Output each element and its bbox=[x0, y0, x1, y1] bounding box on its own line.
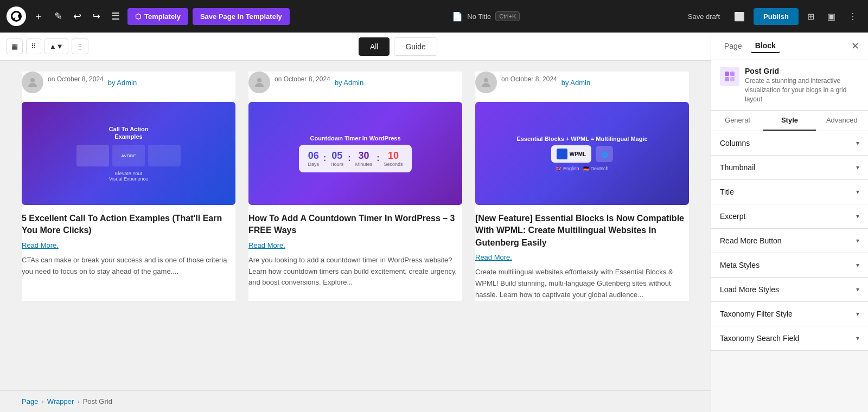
layout-button[interactable]: ▣ bbox=[823, 8, 840, 25]
svg-point-3 bbox=[484, 78, 488, 82]
post-author-name[interactable]: by Admin bbox=[108, 79, 137, 87]
post-author: on October 8, 2024 by Admin bbox=[248, 72, 462, 93]
overflow-button[interactable]: ⋮ bbox=[844, 8, 861, 25]
accordion-header-taxonomy-filter[interactable]: Taxonomy Filter Style ▾ bbox=[711, 302, 868, 326]
avatar bbox=[475, 72, 497, 93]
preview-button[interactable]: ⬜ bbox=[730, 8, 749, 25]
templately-label: Templately bbox=[144, 12, 181, 21]
post-author: on October 8, 2024 by Admin bbox=[475, 72, 689, 93]
post-title: [New Feature] Essential Blocks Is Now Co… bbox=[475, 213, 689, 249]
accordion-header-columns[interactable]: Columns ▾ bbox=[711, 131, 868, 155]
accordion-taxonomy-search: Taxonomy Search Field ▾ bbox=[711, 326, 868, 351]
post-excerpt: CTAs can make or break your success and … bbox=[22, 255, 235, 278]
chevron-down-icon: ▾ bbox=[856, 261, 859, 269]
post-card: on October 8, 2024 by Admin Essential Bl… bbox=[475, 72, 689, 301]
post-excerpt: Create multilingual websites effortlessl… bbox=[475, 267, 689, 300]
posts-grid: on October 8, 2024 by Admin Call To Acti… bbox=[22, 72, 689, 301]
accordion-thumbnail: Thumbnail ▾ bbox=[711, 156, 868, 180]
undo-button[interactable]: ↩ bbox=[70, 7, 85, 25]
shortcut-badge: Ctrl+K bbox=[495, 11, 520, 21]
content-area: ▦ ⠿ ▲▼ ⋮ All Guide on October 8, 2024 bbox=[0, 33, 711, 412]
accordion-header-thumbnail[interactable]: Thumbnail ▾ bbox=[711, 156, 868, 179]
accordion-meta-styles: Meta Styles ▾ bbox=[711, 253, 868, 278]
block-info-text: Post Grid Create a stunning and interact… bbox=[745, 67, 859, 104]
panel-tab-style[interactable]: Style bbox=[763, 111, 815, 131]
no-title-label: No Title bbox=[467, 12, 491, 21]
add-block-button[interactable]: ＋ bbox=[30, 7, 47, 26]
post-date: on October 8, 2024 bbox=[48, 75, 104, 83]
panel-tab-advanced[interactable]: Advanced bbox=[816, 111, 868, 131]
post-author-name[interactable]: by Admin bbox=[561, 79, 590, 87]
accordion-columns: Columns ▾ bbox=[711, 131, 868, 156]
accordion-header-meta-styles[interactable]: Meta Styles ▾ bbox=[711, 253, 868, 277]
edit-button[interactable]: ✎ bbox=[51, 7, 66, 25]
title-area: 📄 No Title bbox=[452, 11, 491, 22]
post-card: on October 8, 2024 by Admin Countdown Ti… bbox=[248, 72, 462, 301]
filter-tab-guide[interactable]: Guide bbox=[394, 37, 437, 56]
read-more-link[interactable]: Read More. bbox=[475, 253, 689, 261]
avatar bbox=[22, 72, 43, 93]
read-more-link[interactable]: Read More. bbox=[248, 241, 462, 249]
chevron-down-icon: ▾ bbox=[856, 139, 859, 147]
move-button[interactable]: ▲▼ bbox=[44, 38, 68, 54]
breadcrumb: Page › Wrapper › Post Grid bbox=[0, 390, 711, 412]
block-type-button[interactable]: ▦ bbox=[7, 38, 23, 54]
block-toolbar: ▦ ⠿ ▲▼ ⋮ All Guide bbox=[0, 33, 711, 61]
filter-tab-all[interactable]: All bbox=[359, 37, 390, 56]
publish-button[interactable]: Publish bbox=[754, 8, 799, 25]
svg-rect-5 bbox=[730, 72, 735, 76]
more-button[interactable]: ☰ bbox=[108, 7, 123, 25]
drag-button[interactable]: ⠿ bbox=[26, 38, 41, 54]
accordion-header-read-more[interactable]: Read More Button ▾ bbox=[711, 229, 868, 253]
post-card: on October 8, 2024 by Admin Call To Acti… bbox=[22, 72, 235, 301]
accordion-header-load-more[interactable]: Load More Styles ▾ bbox=[711, 278, 868, 301]
sidebar-header: Page Block ✕ bbox=[711, 33, 868, 60]
chevron-down-icon: ▾ bbox=[856, 188, 859, 196]
wp-logo bbox=[7, 7, 26, 26]
accordion-load-more: Load More Styles ▾ bbox=[711, 278, 868, 302]
post-date: on October 8, 2024 bbox=[501, 75, 557, 83]
accordion-header-excerpt[interactable]: Excerpt ▾ bbox=[711, 204, 868, 228]
chevron-down-icon: ▾ bbox=[856, 310, 859, 318]
accordion-title: Title ▾ bbox=[711, 180, 868, 204]
post-thumbnail: Call To ActionExamples AVOBE Elevate You… bbox=[22, 102, 235, 205]
svg-point-2 bbox=[257, 78, 261, 82]
save-page-button[interactable]: Save Page In Templately bbox=[193, 8, 290, 25]
chevron-down-icon: ▾ bbox=[856, 286, 859, 293]
settings-button[interactable]: ⊞ bbox=[803, 8, 819, 25]
sidebar-tab-block[interactable]: Block bbox=[751, 39, 780, 53]
redo-button[interactable]: ↪ bbox=[89, 7, 104, 25]
sidebar-tab-page[interactable]: Page bbox=[720, 40, 746, 53]
block-description: Create a stunning and interactive visual… bbox=[745, 76, 859, 104]
post-grid-icon bbox=[720, 67, 739, 86]
read-more-link[interactable]: Read More. bbox=[22, 241, 235, 249]
sidebar-content: Columns ▾ Thumbnail ▾ Title ▾ Excerpt bbox=[711, 131, 868, 412]
filter-tabs: All Guide bbox=[92, 37, 704, 56]
accordion-header-taxonomy-search[interactable]: Taxonomy Search Field ▾ bbox=[711, 326, 868, 350]
svg-rect-6 bbox=[725, 77, 729, 81]
accordion-header-title[interactable]: Title ▾ bbox=[711, 180, 868, 204]
block-info: Post Grid Create a stunning and interact… bbox=[711, 60, 868, 111]
breadcrumb-sep: › bbox=[41, 397, 43, 405]
templately-icon: ⬡ bbox=[135, 12, 141, 21]
post-author-name[interactable]: by Admin bbox=[335, 79, 363, 87]
close-sidebar-button[interactable]: ✕ bbox=[851, 40, 859, 52]
post-title: How To Add A Countdown Timer In WordPres… bbox=[248, 213, 462, 237]
right-sidebar: Page Block ✕ Post Grid Create a stunning… bbox=[711, 33, 868, 412]
panel-tab-general[interactable]: General bbox=[711, 111, 763, 131]
panel-tabs: General Style Advanced bbox=[711, 111, 868, 131]
svg-point-1 bbox=[30, 78, 35, 82]
chevron-down-icon: ▾ bbox=[856, 237, 859, 244]
post-thumbnail: Countdown Timer In WordPress 06Days : 05… bbox=[248, 102, 462, 205]
accordion-read-more: Read More Button ▾ bbox=[711, 229, 868, 253]
breadcrumb-page[interactable]: Page bbox=[22, 397, 38, 405]
save-draft-button[interactable]: Save draft bbox=[682, 9, 725, 24]
templately-button[interactable]: ⬡ Templately bbox=[127, 8, 188, 25]
block-more-button[interactable]: ⋮ bbox=[72, 38, 88, 54]
accordion-taxonomy-filter: Taxonomy Filter Style ▾ bbox=[711, 302, 868, 326]
breadcrumb-wrapper[interactable]: Wrapper bbox=[47, 397, 74, 405]
main-layout: ▦ ⠿ ▲▼ ⋮ All Guide on October 8, 2024 bbox=[0, 33, 868, 412]
posts-area: on October 8, 2024 by Admin Call To Acti… bbox=[0, 61, 711, 390]
post-date: on October 8, 2024 bbox=[275, 75, 330, 83]
svg-rect-4 bbox=[725, 72, 729, 76]
